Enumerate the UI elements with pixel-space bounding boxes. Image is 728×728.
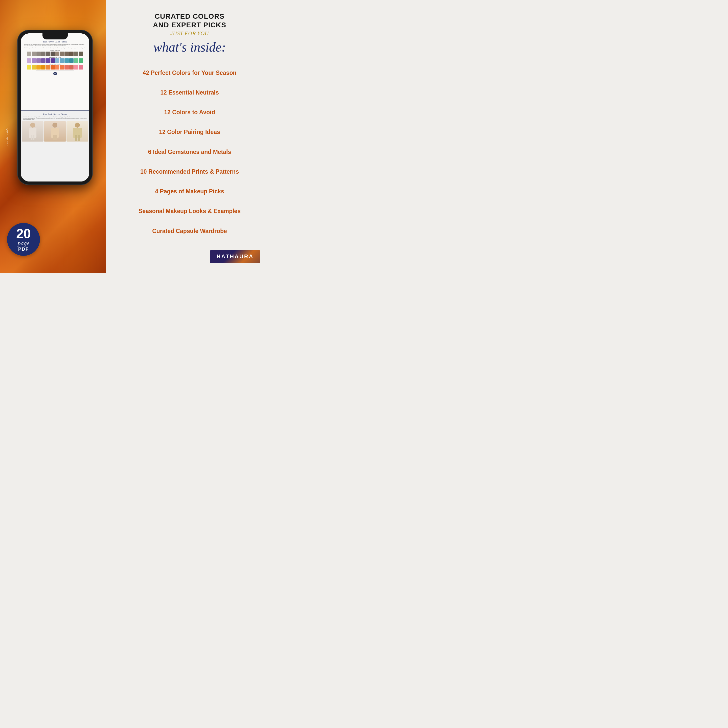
- color-swatch: [46, 52, 50, 56]
- color-swatch: [50, 65, 55, 69]
- screen-neutral-title: Your Basic Neutral Colors: [21, 111, 89, 116]
- color-swatch: [27, 65, 31, 69]
- fashion-photo-3: [66, 121, 88, 142]
- list-item-9: Curated Capsule Wardrobe: [121, 228, 258, 235]
- svg-rect-10: [75, 135, 77, 141]
- color-swatch: [46, 65, 50, 69]
- color-swatch: [79, 58, 83, 63]
- brand-name: HATHAURA: [216, 253, 254, 260]
- screen-palette-title: Your Perfect Color Palette: [23, 40, 87, 43]
- fashion-photo-2: [44, 121, 66, 142]
- brand-box: HATHAURA: [210, 250, 260, 263]
- svg-rect-11: [78, 135, 80, 141]
- phone-mockup: Your Perfect Color Palette We're giving …: [18, 30, 92, 185]
- color-swatch: [27, 58, 31, 63]
- section-neutrals-label: Neutrals & Browns: [23, 50, 87, 51]
- color-swatch: [55, 58, 60, 63]
- color-swatch: [27, 52, 31, 56]
- header-section: CURATED COLORS AND EXPERT PICKS JUST FOR…: [119, 12, 260, 37]
- screen-body-1: We're giving you a wide spectrum of Ligh…: [23, 44, 87, 46]
- svg-rect-5: [51, 128, 59, 138]
- list-item-6: 10 Recommended Prints & Patterns: [121, 168, 258, 176]
- color-swatch: [41, 65, 46, 69]
- screen-bottom-content: Your Basic Neutral Colors Neutral colors…: [21, 110, 89, 182]
- color-swatch: [64, 65, 69, 69]
- color-swatch: [41, 58, 46, 63]
- whats-inside-heading: what's inside:: [119, 41, 260, 54]
- color-swatch: [37, 65, 41, 69]
- svg-rect-4: [52, 122, 57, 128]
- badge-number: 20: [16, 227, 31, 240]
- phone-notch: [43, 34, 68, 40]
- svg-rect-7: [55, 135, 57, 140]
- phone-screen: Your Perfect Color Palette We're giving …: [21, 34, 89, 182]
- svg-rect-9: [73, 128, 82, 138]
- color-swatch: [60, 65, 64, 69]
- fashion-photos-row: [21, 121, 89, 142]
- list-item-4: 12 Color Pairing Ideas: [121, 128, 258, 136]
- brand-section: HATHAURA: [119, 250, 260, 263]
- color-swatch: [74, 65, 78, 69]
- badge-pdf-label: PDF: [18, 247, 29, 252]
- color-swatch: [69, 58, 73, 63]
- color-swatch: [60, 52, 64, 56]
- color-swatch: [60, 58, 64, 63]
- color-swatch: [69, 65, 73, 69]
- list-item-7: 4 Pages of Makeup Picks: [121, 188, 258, 196]
- color-swatch: [79, 65, 83, 69]
- screen-neutral-body: Neutral colors that complement light spr…: [21, 116, 89, 120]
- features-list: 42 Perfect Colors for Your Season12 Esse…: [119, 57, 260, 247]
- svg-rect-0: [30, 122, 35, 128]
- header-line2: AND EXPERT PICKS: [119, 21, 260, 29]
- section-blues-label: Blues, Purples & Greens: [23, 57, 87, 58]
- screen-top-content: Your Perfect Color Palette We're giving …: [21, 34, 89, 110]
- color-swatch: [37, 58, 41, 63]
- sample-guide-label: sample guide: [6, 127, 8, 145]
- svg-rect-8: [75, 122, 80, 128]
- color-swatch: [37, 52, 41, 56]
- color-swatch: [50, 58, 55, 63]
- screen-divider: [36, 70, 74, 71]
- list-item-1: 42 Perfect Colors for Your Season: [121, 69, 258, 77]
- color-swatch: [55, 52, 60, 56]
- left-panel: sample guide Your Perfect Color Palette …: [0, 0, 106, 273]
- color-swatch: [41, 52, 46, 56]
- list-item-3: 12 Colors to Avoid: [121, 109, 258, 116]
- badge-page-label: page: [18, 240, 29, 246]
- neutrals-grid: [23, 52, 87, 56]
- color-swatch: [32, 58, 36, 63]
- screen-body-2: This isn't to say you can't wear other c…: [23, 47, 87, 49]
- svg-rect-3: [33, 135, 34, 140]
- nav-indicator: [54, 72, 57, 75]
- svg-rect-1: [29, 128, 37, 138]
- color-swatch: [50, 52, 55, 56]
- list-item-8: Seasonal Makeup Looks & Examples: [121, 208, 258, 215]
- header-subtitle: JUST FOR YOU: [119, 30, 260, 37]
- fashion-photo-1: [22, 121, 43, 142]
- list-item-2: 12 Essential Neutrals: [121, 89, 258, 96]
- page-count-badge: 20 page PDF: [7, 223, 40, 256]
- color-swatch: [74, 58, 78, 63]
- list-item-5: 6 Ideal Gemstones and Metals: [121, 148, 258, 156]
- phone-frame: Your Perfect Color Palette We're giving …: [18, 30, 92, 185]
- color-swatch: [79, 52, 83, 56]
- header-line1: CURATED COLORS: [119, 12, 260, 21]
- color-swatch: [64, 52, 69, 56]
- color-swatch: [46, 58, 50, 63]
- color-swatch: [64, 58, 69, 63]
- color-swatch: [32, 52, 36, 56]
- right-panel: CURATED COLORS AND EXPERT PICKS JUST FOR…: [106, 0, 273, 273]
- svg-rect-6: [53, 135, 55, 140]
- blues-grid: [23, 58, 87, 63]
- color-swatch: [74, 52, 78, 56]
- section-yellows-label: Yellow, Orange & Pinks: [23, 63, 87, 65]
- color-swatch: [69, 52, 73, 56]
- color-swatch: [55, 65, 60, 69]
- yellows-grid: [23, 65, 87, 69]
- color-swatch: [32, 65, 36, 69]
- svg-rect-2: [31, 135, 32, 140]
